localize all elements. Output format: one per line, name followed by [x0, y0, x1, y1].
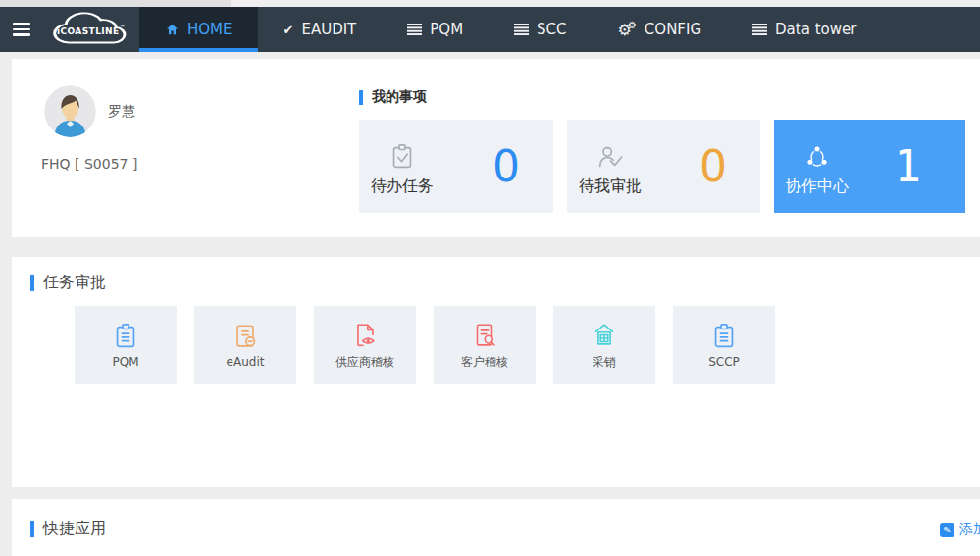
user-org-code: FHQ [ S0057 ] [41, 156, 137, 172]
user-name: 罗慧 [108, 103, 135, 121]
check-icon: ✔ [284, 24, 294, 36]
add-quick-app-link[interactable]: ✎ 添加 [940, 521, 980, 538]
home-icon [165, 23, 180, 36]
nav-tab-config[interactable]: ⚙⚙ CONFIG [593, 7, 728, 52]
card-count: 1 [895, 145, 922, 188]
nav-tab-label: SCC [537, 21, 566, 38]
user-overview-panel: 罗慧 FHQ [ S0057 ] 我的事项 待办任务 0 [12, 59, 980, 237]
top-navbar: iCOASTLINE™ HOME ✔ EAUDIT PQM SCC ⚙⚙ C [0, 7, 980, 52]
gears-icon: ⚙⚙ [618, 21, 637, 39]
list-icon [407, 24, 422, 35]
file-eye-icon [350, 321, 380, 350]
file-search-icon [470, 321, 499, 350]
user-avatar[interactable] [44, 85, 96, 137]
tile-label: SCCP [708, 355, 740, 369]
logo-text: iCOASTLINE™ [57, 24, 126, 36]
shop-icon [590, 321, 619, 350]
list-icon [514, 24, 529, 35]
logo-trademark: ™ [120, 24, 126, 30]
card-collaboration-center[interactable]: 协作中心 1 [774, 120, 965, 213]
section-accent-bar [359, 90, 363, 105]
card-label: 协作中心 [786, 177, 849, 197]
card-label: 待办任务 [371, 177, 434, 197]
add-link-label: 添加 [959, 521, 980, 538]
tile-supplier-audit[interactable]: 供应商稽核 [314, 306, 416, 384]
task-approval-panel: 任务审批 PQM eAudit [12, 257, 980, 487]
tile-sccp[interactable]: SCCP [673, 306, 775, 384]
section-title: 任务审批 [43, 273, 106, 293]
nav-tab-label: Data tower [775, 21, 856, 38]
task-approval-section-header: 任务审批 [30, 273, 106, 293]
section-accent-bar [30, 521, 34, 537]
clipboard-check-icon [387, 142, 417, 172]
app-logo[interactable]: iCOASTLINE™ [43, 7, 139, 52]
share-network-icon [802, 142, 832, 172]
section-accent-bar [30, 275, 34, 291]
tile-purchasing-sales[interactable]: 采销 [553, 306, 655, 384]
clipboard-icon [111, 322, 140, 351]
nav-tab-label: HOME [187, 21, 232, 38]
card-count: 0 [492, 145, 520, 188]
my-items-cards: 待办任务 0 待我审批 0 [359, 120, 965, 213]
edit-pencil-icon: ✎ [940, 523, 954, 537]
hamburger-icon [13, 23, 30, 36]
clipboard-icon [709, 322, 739, 351]
section-title: 快捷应用 [43, 519, 106, 539]
card-label: 待我审批 [579, 177, 642, 197]
section-title: 我的事项 [372, 88, 427, 106]
window-top-strip-light [231, 0, 980, 7]
nav-tab-label: CONFIG [645, 21, 701, 38]
tile-eaudit[interactable]: eAudit [194, 306, 296, 384]
quick-apps-section-header: 快捷应用 [30, 519, 106, 539]
my-items-section-header: 我的事项 [359, 88, 427, 106]
task-approval-tiles: PQM eAudit [75, 306, 775, 384]
nav-tab-label: PQM [430, 21, 463, 38]
file-minus-icon [231, 322, 260, 351]
quick-apps-panel: 快捷应用 ✎ 添加 [12, 499, 980, 556]
tile-customer-audit[interactable]: 客户稽核 [434, 306, 536, 384]
nav-tab-label: EAUDIT [301, 21, 356, 38]
tile-pqm[interactable]: PQM [75, 306, 177, 384]
nav-tab-home[interactable]: HOME [139, 7, 258, 52]
nav-tab-pqm[interactable]: PQM [382, 7, 489, 52]
tile-label: PQM [112, 355, 138, 369]
tile-label: 采销 [593, 354, 616, 371]
tile-label: 供应商稽核 [335, 354, 394, 371]
nav-tab-eaudit[interactable]: ✔ EAUDIT [258, 7, 383, 52]
avatar-image [44, 85, 96, 137]
tile-label: eAudit [227, 355, 265, 369]
navbar-menu: HOME ✔ EAUDIT PQM SCC ⚙⚙ CONFIG Data to [139, 7, 882, 52]
window-top-strip [0, 0, 980, 7]
nav-tab-data-tower[interactable]: Data tower [727, 7, 882, 52]
card-count: 0 [699, 145, 727, 188]
card-pending-approvals[interactable]: 待我审批 0 [567, 120, 760, 213]
nav-tab-scc[interactable]: SCC [489, 7, 592, 52]
tile-label: 客户稽核 [461, 354, 508, 371]
user-check-icon [595, 142, 625, 172]
card-todo-tasks[interactable]: 待办任务 0 [359, 120, 553, 213]
list-icon [752, 24, 767, 35]
sidebar-toggle-button[interactable] [0, 7, 43, 52]
